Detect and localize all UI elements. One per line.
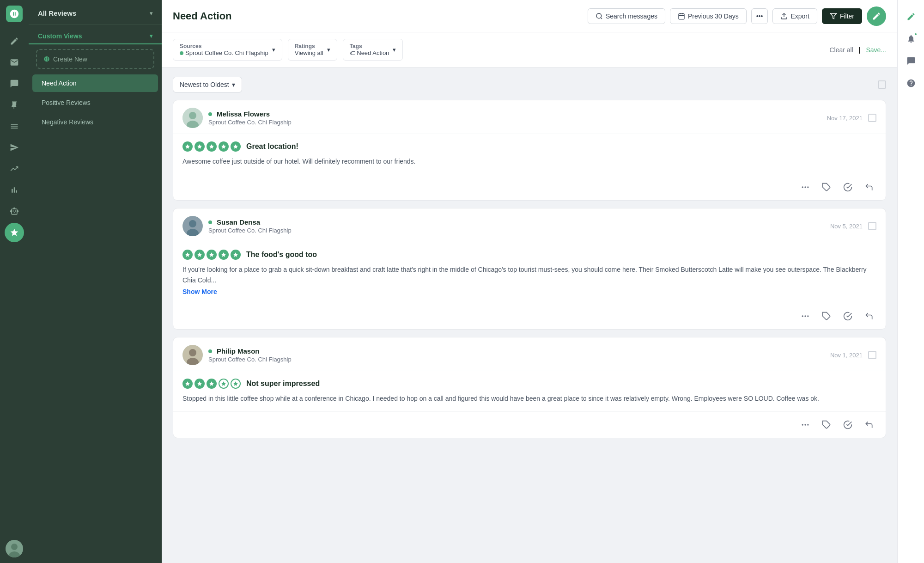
icon-bar-bottom <box>6 540 23 557</box>
star-3 <box>207 379 217 389</box>
more-actions-button[interactable] <box>798 417 813 432</box>
export-icon <box>780 12 788 20</box>
sidebar-item-messages[interactable] <box>5 74 24 93</box>
svg-point-25 <box>804 424 806 425</box>
page-title: Need Action <box>173 10 232 22</box>
ratings-filter[interactable]: Ratings Viewing all ▾ <box>288 39 337 61</box>
reviewer-info: Philip Mason Sprout Coffee Co. Chi Flags… <box>182 345 292 365</box>
sidebar-item-send[interactable] <box>5 138 24 157</box>
sidebar-item-reviews[interactable] <box>5 223 24 242</box>
sidebar-item-bot[interactable] <box>5 202 24 221</box>
sidebar-item-list[interactable] <box>5 116 24 136</box>
svg-point-8 <box>189 112 196 119</box>
svg-point-24 <box>802 424 803 425</box>
tag-action-button[interactable] <box>819 180 834 195</box>
reply-action-button[interactable] <box>862 309 876 324</box>
notification-dot <box>914 32 918 36</box>
star-4 <box>219 250 229 260</box>
left-icon-bar <box>0 0 29 563</box>
filter-actions: Clear all | Save... <box>829 46 886 54</box>
svg-point-18 <box>804 316 806 317</box>
tags-chevron: ▾ <box>393 46 396 53</box>
sidebar-divider-1 <box>29 24 162 25</box>
online-indicator <box>208 112 212 116</box>
review-actions <box>173 303 886 329</box>
sources-filter[interactable]: Sources Sprout Coffee Co. Chi Flagship ▾ <box>173 39 282 61</box>
date-range-button[interactable]: Previous 30 Days <box>670 8 747 24</box>
svg-rect-4 <box>679 13 684 19</box>
reply-action-button[interactable] <box>862 180 876 195</box>
reviewer-avatar <box>182 345 203 365</box>
sidebar-item-need-action[interactable]: Need Action <box>32 74 158 92</box>
reply-action-button[interactable] <box>862 417 876 432</box>
search-button[interactable]: Search messages <box>588 8 665 24</box>
notifications-button[interactable] <box>902 30 920 48</box>
svg-point-12 <box>807 187 808 188</box>
sidebar-item-inbox[interactable] <box>5 53 24 72</box>
custom-views-header[interactable]: Custom Views ▾ <box>29 27 162 44</box>
more-actions-button[interactable] <box>798 180 813 195</box>
svg-point-19 <box>807 316 808 317</box>
filter-button[interactable]: Filter <box>822 8 862 24</box>
all-reviews-header[interactable]: All Reviews ▾ <box>29 4 162 23</box>
reviewer-name: Melissa Flowers <box>208 110 292 118</box>
star-5 <box>231 250 241 260</box>
complete-action-button[interactable] <box>840 309 855 324</box>
complete-action-button[interactable] <box>840 417 855 432</box>
tag-icon: 🏷 <box>350 50 355 56</box>
more-button[interactable]: ••• <box>751 8 768 24</box>
review-checkbox[interactable] <box>868 351 876 359</box>
user-avatar[interactable] <box>6 540 23 557</box>
content-area: Newest to Oldest ▾ Melissa Flowers <box>162 67 897 563</box>
compose-right-button[interactable] <box>902 7 920 26</box>
tag-action-button[interactable] <box>819 309 834 324</box>
reviewer-info: Melissa Flowers Sprout Coffee Co. Chi Fl… <box>182 108 292 128</box>
sidebar-item-pin[interactable] <box>5 95 24 115</box>
app-logo[interactable] <box>6 6 23 22</box>
review-checkbox[interactable] <box>868 222 876 230</box>
review-date-area: Nov 17, 2021 <box>827 114 876 122</box>
main-content: Need Action Search messages Previous 30 … <box>162 0 897 563</box>
header-actions: Search messages Previous 30 Days ••• Exp… <box>588 6 886 26</box>
review-header: Philip Mason Sprout Coffee Co. Chi Flags… <box>173 337 886 371</box>
sidebar-item-analytics2[interactable] <box>5 180 24 200</box>
reviewer-name: Philip Mason <box>208 347 292 355</box>
star-2 <box>195 250 205 260</box>
create-new-button[interactable]: ⊕ Create New <box>36 49 154 69</box>
chat-button[interactable] <box>902 52 920 70</box>
svg-point-22 <box>189 349 196 356</box>
tag-action-button[interactable] <box>819 417 834 432</box>
compose-icon <box>872 12 881 21</box>
sidebar-item-compose[interactable] <box>5 31 24 51</box>
star-3 <box>207 141 217 152</box>
sidebar-item-analytics1[interactable] <box>5 159 24 178</box>
review-body: The food's good too If you're looking fo… <box>173 242 886 303</box>
review-actions <box>173 411 886 438</box>
sort-dropdown[interactable]: Newest to Oldest ▾ <box>173 77 242 92</box>
complete-action-button[interactable] <box>840 180 855 195</box>
svg-point-15 <box>189 220 196 227</box>
show-more-button[interactable]: Show More <box>182 288 876 295</box>
review-date-area: Nov 1, 2021 <box>830 351 876 359</box>
sort-chevron: ▾ <box>232 81 235 88</box>
svg-point-26 <box>807 424 808 425</box>
export-button[interactable]: Export <box>772 8 817 24</box>
select-all-checkbox[interactable] <box>878 80 886 89</box>
compose-button[interactable] <box>867 6 886 26</box>
save-filter-button[interactable]: Save... <box>866 46 886 54</box>
sidebar-item-positive-reviews[interactable]: Positive Reviews <box>32 94 158 111</box>
review-checkbox[interactable] <box>868 114 876 122</box>
sort-bar: Newest to Oldest ▾ <box>173 77 886 92</box>
clear-all-button[interactable]: Clear all <box>829 46 853 54</box>
filter-bar: Sources Sprout Coffee Co. Chi Flagship ▾… <box>162 32 897 67</box>
sidebar-item-negative-reviews[interactable]: Negative Reviews <box>32 113 158 131</box>
reviewer-details: Susan Densa Sprout Coffee Co. Chi Flagsh… <box>208 218 292 234</box>
review-header: Susan Densa Sprout Coffee Co. Chi Flagsh… <box>173 208 886 242</box>
help-button[interactable] <box>902 74 920 92</box>
tags-filter[interactable]: Tags 🏷 Need Action ▾ <box>343 39 403 61</box>
more-actions-button[interactable] <box>798 309 813 324</box>
star-rating: The food's good too <box>182 250 876 260</box>
star-1 <box>182 141 193 152</box>
svg-point-1 <box>11 544 18 550</box>
star-1 <box>182 379 193 389</box>
